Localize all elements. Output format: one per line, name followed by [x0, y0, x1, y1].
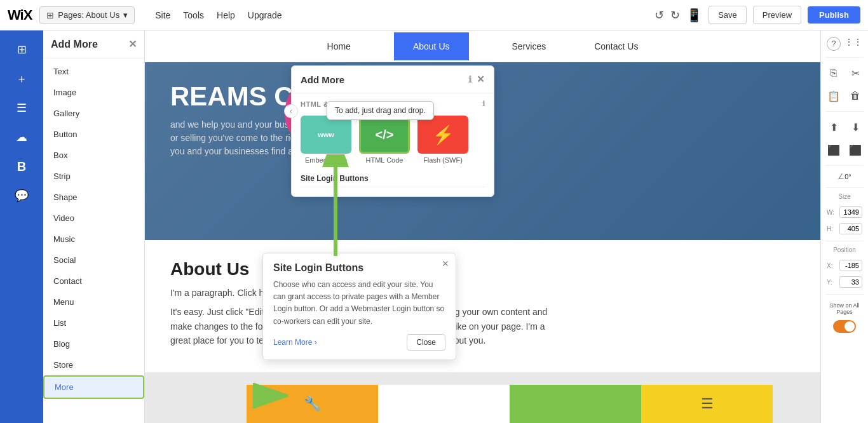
rp-paste-row: 📋 🗑 — [822, 86, 867, 106]
preview-button[interactable]: Preview — [753, 6, 801, 24]
pages-sidebar-icon: ⊞ — [17, 43, 27, 57]
close-expanded-icon[interactable]: ✕ — [477, 74, 485, 85]
align-left-button[interactable]: ⬛ — [825, 141, 843, 159]
site-nav-services[interactable]: Services — [507, 32, 552, 60]
learn-more-link[interactable]: Learn More › — [273, 338, 317, 347]
rp-divider4 — [825, 187, 864, 188]
popup-title: Site Login Buttons — [273, 262, 445, 274]
panel-item-gallery[interactable]: Gallery — [43, 103, 144, 124]
show-all-pages-toggle[interactable] — [833, 320, 856, 333]
main-layout: ⊞ ＋ ☰ ☁ B 💬 Add More ✕ Text Image Galler… — [0, 30, 868, 423]
popup-close-button[interactable]: ✕ — [442, 258, 449, 269]
width-input[interactable] — [839, 206, 862, 218]
about-section: About Us I'm a paragraph. Click here to … — [145, 240, 820, 372]
rp-divider5 — [825, 241, 864, 241]
rp-divider6 — [825, 294, 864, 295]
site-login-popup: ✕ Site Login Buttons Choose who can acce… — [262, 253, 456, 360]
panel-item-social[interactable]: Social — [43, 250, 144, 271]
green-segment — [510, 385, 641, 423]
chevron-down-icon: ▾ — [123, 10, 128, 20]
panel-item-box[interactable]: Box — [43, 145, 144, 166]
undo-button[interactable]: ↺ — [654, 8, 664, 22]
nav-tools[interactable]: Tools — [183, 10, 204, 20]
expanded-panel-header: Add More ℹ ✕ — [292, 66, 494, 93]
topbar: WiX ⊞ Pages: About Us ▾ Site Tools Help … — [0, 0, 868, 30]
rp-divider — [825, 57, 864, 58]
panel-item-list[interactable]: List — [43, 312, 144, 333]
grid-icon-button[interactable]: ⋮⋮ — [844, 37, 862, 51]
nav-site[interactable]: Site — [155, 10, 170, 20]
right-panel: ? ⋮⋮ ⎘ ✂ 📋 🗑 ⬆ ⬇ ⬛ ⬛ ∠ 0° Size W: — [820, 30, 868, 423]
nav-help[interactable]: Help — [217, 10, 235, 20]
layer-up-button[interactable]: ⬆ — [825, 118, 843, 136]
site-nav: Home About Us Services Contact Us — [145, 30, 820, 62]
html-icon: </> — [359, 116, 410, 154]
delete-button[interactable]: 🗑 — [846, 87, 864, 105]
section-label-html: HTML & Flash ℹ — [292, 93, 494, 111]
panel-item-contact[interactable]: Contact — [43, 271, 144, 292]
close-popup-button[interactable]: Close — [407, 334, 445, 351]
panel-item-more[interactable]: More — [43, 375, 144, 399]
panel-item-music[interactable]: Music — [43, 229, 144, 250]
height-input[interactable] — [839, 223, 862, 234]
cut-button[interactable]: ✂ — [846, 64, 864, 82]
canvas-area: Home About Us Services Contact Us ⌂ Real… — [145, 30, 820, 423]
panel-item-text[interactable]: Text — [43, 61, 144, 82]
site-nav-about[interactable]: About Us — [394, 32, 469, 60]
x-input[interactable] — [839, 260, 862, 271]
info-icon: ℹ — [468, 74, 471, 84]
size-label: Size — [838, 193, 850, 200]
collapse-panel-button[interactable]: ‹ — [284, 104, 298, 118]
add-icon: ＋ — [16, 71, 27, 86]
add-more-expanded-panel: Add More ℹ ✕ ‹ HTML & Flash ℹ To add, ju… — [291, 65, 494, 197]
embed-icon: www — [301, 116, 351, 154]
toggle-knob — [844, 321, 855, 332]
copy-button[interactable]: ⎘ — [825, 64, 843, 82]
html-label: HTML Code — [366, 156, 403, 164]
paste-button[interactable]: 📋 — [825, 87, 843, 105]
flash-widget[interactable]: ⚡ Flash (SWF) — [417, 116, 468, 164]
flash-label: Flash (SWF) — [423, 156, 463, 164]
y-field: Y: — [823, 275, 866, 289]
y-input[interactable] — [839, 276, 862, 288]
tool-wrench-icon: 🔧 — [304, 396, 321, 412]
panel-item-blog[interactable]: Blog — [43, 333, 144, 354]
panel-item-video[interactable]: Video — [43, 208, 144, 229]
y-label: Y: — [827, 279, 837, 286]
angle-value: 0° — [844, 173, 851, 180]
layer-down-button[interactable]: ⬇ — [846, 118, 864, 136]
help-button[interactable]: ? — [827, 37, 841, 51]
rp-divider2 — [825, 111, 864, 112]
panel-item-strip[interactable]: Strip — [43, 166, 144, 187]
sidebar-item-b[interactable]: B — [4, 152, 39, 180]
panel-item-button[interactable]: Button — [43, 124, 144, 145]
save-button[interactable]: Save — [709, 6, 747, 24]
align-right-button[interactable]: ⬛ — [846, 141, 864, 159]
panel-item-menu[interactable]: Menu — [43, 292, 144, 312]
sidebar-item-menus[interactable]: ☰ — [4, 94, 39, 122]
panel-item-store[interactable]: Store — [43, 354, 144, 375]
embed-label: Embed a Site — [305, 156, 347, 164]
pages-button[interactable]: ⊞ Pages: About Us ▾ — [39, 6, 135, 24]
panel-list: Text Image Gallery Button Box Strip Shap… — [43, 58, 144, 401]
html-code-widget[interactable]: </> HTML Code — [359, 116, 410, 164]
sidebar-item-cloud[interactable]: ☁ — [4, 123, 39, 151]
section-info-icon: ℹ — [482, 100, 485, 108]
sidebar-item-chat[interactable]: 💬 — [4, 182, 39, 210]
close-panel-button[interactable]: ✕ — [128, 38, 137, 50]
bottom-color-bar: 🔧 ☰ — [247, 385, 773, 423]
popup-footer: Learn More › Close — [273, 334, 445, 351]
site-nav-home[interactable]: Home — [322, 32, 356, 60]
publish-button[interactable]: Publish — [808, 6, 860, 24]
site-nav-contact[interactable]: Contact Us — [589, 32, 643, 60]
panel-item-image[interactable]: Image — [43, 82, 144, 103]
panel-item-shape[interactable]: Shape — [43, 187, 144, 208]
device-button[interactable]: 📱 — [686, 8, 702, 23]
redo-button[interactable]: ↻ — [670, 8, 680, 22]
embed-site-widget[interactable]: www Embed a Site — [301, 116, 351, 164]
sidebar-item-add[interactable]: ＋ — [4, 65, 39, 93]
pages-icon: ⊞ — [46, 10, 54, 20]
w-label: W: — [827, 209, 837, 216]
nav-upgrade[interactable]: Upgrade — [248, 10, 282, 20]
sidebar-item-pages[interactable]: ⊞ — [4, 36, 39, 64]
